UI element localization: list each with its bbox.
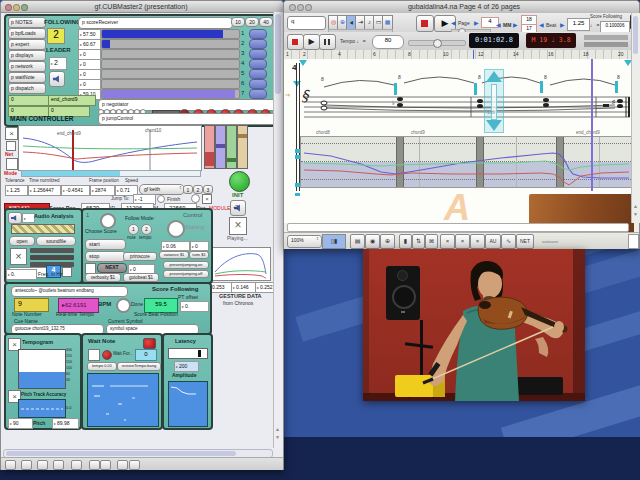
voice-pill-1[interactable] <box>249 29 267 39</box>
patcher-vscrollbar[interactable]: ▲ ▼ <box>273 12 283 448</box>
voice-slider-7[interactable] <box>101 89 240 99</box>
voice-pill-7[interactable] <box>249 89 267 99</box>
voice-slider-4[interactable] <box>101 59 240 69</box>
page-view-button[interactable]: ▯▮ <box>322 234 346 249</box>
counter-box[interactable]: 0 <box>8 95 50 106</box>
printscore-button[interactable]: printscore <box>123 252 157 261</box>
finish-radio[interactable] <box>191 194 200 203</box>
target-icon[interactable]: ◉ <box>365 234 380 249</box>
gain-slider-tan[interactable] <box>237 125 248 169</box>
gesture-value-2[interactable]: 0.146 <box>231 282 256 293</box>
preset-2-button[interactable]: 2 <box>193 185 203 194</box>
audio-toggle-button[interactable] <box>8 212 22 224</box>
performance-video[interactable] <box>363 249 585 401</box>
note-number-numbox[interactable]: 9 <box>14 298 49 312</box>
lock-icon[interactable] <box>5 460 16 470</box>
mm-prev-icon[interactable]: ◀ <box>496 21 501 28</box>
restore-tempo-button[interactable]: restoreTempo.bang <box>117 362 161 371</box>
voice-pill-2[interactable] <box>249 39 267 49</box>
voice-slider-1[interactable] <box>101 29 240 39</box>
playing-toggle[interactable]: × <box>229 217 247 235</box>
settings-icon[interactable] <box>129 460 140 470</box>
beat-numbox[interactable]: 1.25 <box>567 18 590 31</box>
zoom-dropdown[interactable]: 100%⇕ <box>287 235 322 248</box>
beat-next-icon[interactable]: ▶ <box>560 21 565 28</box>
voice-slider-6[interactable] <box>101 79 240 89</box>
mode-tempo-button[interactable]: 2 <box>141 224 152 235</box>
gain-slider-purple[interactable] <box>215 125 226 169</box>
play-playback-button[interactable]: ▶ <box>303 34 320 50</box>
tune-numbox[interactable]: 0 <box>190 241 209 251</box>
scroll-up-icon[interactable]: ▲ <box>275 426 280 432</box>
tempo-field[interactable]: 80 <box>372 35 404 49</box>
tempo-scale-button[interactable]: tempo 0.01 <box>87 362 117 371</box>
au-button[interactable]: AU <box>485 234 501 249</box>
quick-entry-field[interactable]: q <box>287 16 326 30</box>
patcher-windows-icon[interactable] <box>89 460 100 470</box>
zoom-button[interactable] <box>21 4 28 11</box>
orange-marker-icon[interactable]: ⇒ <box>285 91 290 98</box>
voice-pill-6[interactable] <box>249 79 267 89</box>
zoom-icon[interactable] <box>21 460 32 470</box>
max-window-titlebar[interactable]: gf.CUBMaster2 (presentation) <box>1 1 283 13</box>
tempo-slider[interactable] <box>408 40 466 46</box>
time-normalized-numbox[interactable]: 1.256447 <box>28 185 61 196</box>
finish-x-toggle[interactable]: × <box>202 194 212 204</box>
preventjumping-off-button[interactable]: preventjumping.off <box>163 270 209 278</box>
voice-slider-2[interactable] <box>101 39 240 49</box>
zoom-button[interactable] <box>305 4 312 11</box>
subpatch-bpfloads[interactable]: p bpfLoads <box>8 28 46 39</box>
box-x-icon[interactable]: ⊠ <box>425 234 438 249</box>
choose-score-button[interactable] <box>100 213 116 229</box>
scroll-up-icon[interactable]: ▲ <box>633 203 638 209</box>
vscroll-thumb[interactable] <box>275 14 281 94</box>
add-object-icon[interactable] <box>37 460 48 470</box>
panic-stop-button[interactable] <box>416 15 434 32</box>
wait-bang-button[interactable] <box>143 338 156 349</box>
beat-slider-down-icon[interactable] <box>486 120 502 131</box>
pause-playback-button[interactable] <box>319 34 336 50</box>
wait-toggle[interactable] <box>88 349 100 361</box>
mode-note-button[interactable]: 1 <box>128 224 139 235</box>
small-toggle[interactable] <box>6 141 16 151</box>
edge-marker-icon[interactable] <box>295 193 300 196</box>
partial-button[interactable] <box>628 234 639 249</box>
layout-tool-icon[interactable]: ▦ <box>382 15 393 30</box>
range-20-button[interactable]: 20 <box>245 17 259 27</box>
swap-icon[interactable]: ⇅ <box>412 234 425 249</box>
scroll-down-icon[interactable]: ▼ <box>633 211 638 217</box>
leader-number[interactable]: 2 <box>49 57 67 70</box>
close-button[interactable] <box>289 4 296 11</box>
close-module-button[interactable]: × <box>5 127 18 140</box>
voice-slider-3[interactable] <box>101 49 240 59</box>
antescofo-object[interactable]: antescofo~ @outlets beatnum endbang <box>11 286 128 297</box>
open-button[interactable]: open <box>9 236 35 246</box>
subpatch-expert[interactable]: p expert <box>8 39 46 50</box>
subpatch-notes[interactable]: p NOTES <box>8 17 46 28</box>
latency-slider-thumb[interactable] <box>198 350 201 357</box>
verbosity-button[interactable]: verbosity $1 <box>85 273 121 282</box>
soundfile-dropdown[interactable]: soundfile <box>36 236 76 246</box>
gain-slider-red[interactable] <box>204 125 215 169</box>
minimize-button[interactable] <box>297 4 304 11</box>
subpatch-dispatch[interactable]: p dispatch <box>8 83 46 94</box>
control-button[interactable] <box>167 220 185 238</box>
start-button[interactable]: start <box>85 239 126 250</box>
score-hscrollbar[interactable] <box>287 223 629 232</box>
audio-on-button[interactable] <box>49 71 65 87</box>
latency-slider[interactable] <box>168 348 208 359</box>
page-next-icon[interactable]: ▶ <box>474 19 479 26</box>
beat-slider-widget[interactable]: 1.25 <box>484 69 504 133</box>
mm-next-icon[interactable]: ▶ <box>513 21 518 28</box>
wait-count-numbox[interactable]: 0 <box>135 349 157 361</box>
init-button[interactable] <box>229 171 250 192</box>
range-40-button[interactable]: 40 <box>259 17 273 27</box>
beat-slider-up-icon[interactable] <box>486 71 502 82</box>
preset-1-button[interactable]: 1 <box>183 185 193 194</box>
subpatch-network[interactable]: p network <box>8 61 46 72</box>
minimize-button[interactable] <box>13 4 20 11</box>
range-10-button[interactable]: 10 <box>231 17 245 27</box>
mode-progress[interactable] <box>21 170 201 177</box>
voice-pill-4[interactable] <box>249 59 267 69</box>
presentation-icon[interactable] <box>53 460 64 470</box>
